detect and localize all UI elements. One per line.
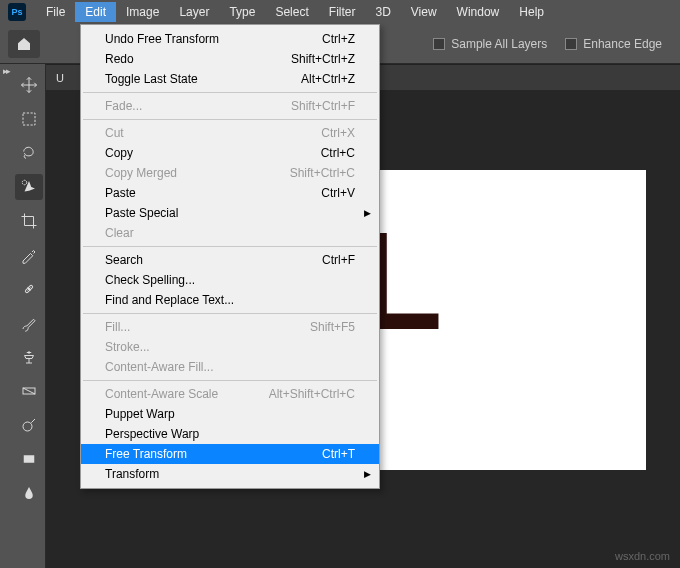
- menu-separator: [83, 119, 377, 120]
- menu-item-shortcut: Shift+F5: [310, 320, 355, 334]
- menu-item-check-spelling[interactable]: Check Spelling...: [81, 270, 379, 290]
- menu-separator: [83, 380, 377, 381]
- menu-item-paste-special[interactable]: Paste Special▶: [81, 203, 379, 223]
- move-icon: [20, 76, 38, 94]
- menu-item-perspective-warp[interactable]: Perspective Warp: [81, 424, 379, 444]
- menu-filter[interactable]: Filter: [319, 2, 366, 22]
- menu-item-label: Fade...: [105, 99, 291, 113]
- menu-item-label: Content-Aware Scale: [105, 387, 269, 401]
- menu-item-shortcut: Shift+Ctrl+Z: [291, 52, 355, 66]
- menu-item-label: Toggle Last State: [105, 72, 301, 86]
- tool-lasso[interactable]: [15, 140, 43, 166]
- menu-item-puppet-warp[interactable]: Puppet Warp: [81, 404, 379, 424]
- crop-icon: [20, 212, 38, 230]
- menu-item-toggle-last-state[interactable]: Toggle Last StateAlt+Ctrl+Z: [81, 69, 379, 89]
- menu-help[interactable]: Help: [509, 2, 554, 22]
- checkbox-icon: [433, 38, 445, 50]
- home-icon: [16, 36, 32, 52]
- menu-item-label: Redo: [105, 52, 291, 66]
- menu-item-shortcut: Ctrl+V: [321, 186, 355, 200]
- menu-separator: [83, 246, 377, 247]
- menu-item-label: Content-Aware Fill...: [105, 360, 355, 374]
- menu-item-copy[interactable]: CopyCtrl+C: [81, 143, 379, 163]
- expand-chevrons-icon[interactable]: ▸▸: [3, 66, 9, 76]
- svg-rect-5: [23, 455, 34, 463]
- menu-item-cut: CutCtrl+X: [81, 123, 379, 143]
- svg-point-4: [23, 422, 32, 431]
- gradient-icon: [20, 382, 38, 400]
- menu-edit[interactable]: Edit: [75, 2, 116, 22]
- menu-item-content-aware-scale: Content-Aware ScaleAlt+Shift+Ctrl+C: [81, 384, 379, 404]
- dodge-icon: [20, 416, 38, 434]
- menu-item-search[interactable]: SearchCtrl+F: [81, 250, 379, 270]
- tool-move[interactable]: [15, 72, 43, 98]
- menu-item-copy-merged: Copy MergedShift+Ctrl+C: [81, 163, 379, 183]
- tool-dodge[interactable]: [15, 412, 43, 438]
- menu-file[interactable]: File: [36, 2, 75, 22]
- menu-item-label: Clear: [105, 226, 355, 240]
- menu-item-undo-free-transform[interactable]: Undo Free TransformCtrl+Z: [81, 29, 379, 49]
- menu-item-redo[interactable]: RedoShift+Ctrl+Z: [81, 49, 379, 69]
- menu-view[interactable]: View: [401, 2, 447, 22]
- menu-item-shortcut: Ctrl+C: [321, 146, 355, 160]
- menu-item-label: Cut: [105, 126, 321, 140]
- menu-item-find-and-replace-text[interactable]: Find and Replace Text...: [81, 290, 379, 310]
- app-logo: Ps: [8, 3, 26, 21]
- sample-all-layers-option[interactable]: Sample All Layers: [433, 37, 547, 51]
- enhance-edge-option[interactable]: Enhance Edge: [565, 37, 662, 51]
- menu-item-stroke: Stroke...: [81, 337, 379, 357]
- tool-clone[interactable]: [15, 344, 43, 370]
- menu-item-shortcut: Ctrl+Z: [322, 32, 355, 46]
- logo-text: Ps: [11, 7, 22, 17]
- menu-separator: [83, 313, 377, 314]
- brush-icon: [20, 314, 38, 332]
- menu-type[interactable]: Type: [219, 2, 265, 22]
- tool-bucket[interactable]: [15, 480, 43, 506]
- tool-crop[interactable]: [15, 208, 43, 234]
- menu-item-label: Check Spelling...: [105, 273, 355, 287]
- tool-eyedropper[interactable]: [15, 242, 43, 268]
- menu-item-fill: Fill...Shift+F5: [81, 317, 379, 337]
- menu-item-shortcut: Alt+Shift+Ctrl+C: [269, 387, 355, 401]
- enhance-edge-label: Enhance Edge: [583, 37, 662, 51]
- menu-item-label: Find and Replace Text...: [105, 293, 355, 307]
- home-button[interactable]: [8, 30, 40, 58]
- menu-item-label: Copy: [105, 146, 321, 160]
- watermark: wsxdn.com: [615, 550, 670, 562]
- menu-item-fade: Fade...Shift+Ctrl+F: [81, 96, 379, 116]
- menubar: Ps File Edit Image Layer Type Select Fil…: [0, 0, 680, 24]
- menu-select[interactable]: Select: [265, 2, 318, 22]
- svg-rect-0: [23, 113, 35, 125]
- eyedropper-icon: [20, 246, 38, 264]
- left-rail: ▸▸: [0, 64, 12, 568]
- menu-3d[interactable]: 3D: [365, 2, 400, 22]
- menu-image[interactable]: Image: [116, 2, 169, 22]
- doc-tab-label: U: [56, 72, 64, 84]
- menu-window[interactable]: Window: [447, 2, 510, 22]
- marquee-icon: [20, 110, 38, 128]
- menu-item-transform[interactable]: Transform▶: [81, 464, 379, 484]
- lasso-icon: [20, 144, 38, 162]
- menu-item-free-transform[interactable]: Free TransformCtrl+T: [81, 444, 379, 464]
- menu-item-shortcut: Shift+Ctrl+C: [290, 166, 355, 180]
- menu-item-label: Perspective Warp: [105, 427, 355, 441]
- tool-healing[interactable]: [15, 276, 43, 302]
- healing-icon: [20, 280, 38, 298]
- menu-item-label: Fill...: [105, 320, 310, 334]
- tool-quick-select[interactable]: [15, 174, 43, 200]
- menu-item-paste[interactable]: PasteCtrl+V: [81, 183, 379, 203]
- tool-rectangle[interactable]: [15, 446, 43, 472]
- menu-item-label: Free Transform: [105, 447, 322, 461]
- menu-item-clear: Clear: [81, 223, 379, 243]
- menu-layer[interactable]: Layer: [169, 2, 219, 22]
- tool-marquee[interactable]: [15, 106, 43, 132]
- quick-select-icon: [20, 178, 38, 196]
- tool-gradient[interactable]: [15, 378, 43, 404]
- menu-item-shortcut: Alt+Ctrl+Z: [301, 72, 355, 86]
- tool-brush[interactable]: [15, 310, 43, 336]
- menu-item-shortcut: Shift+Ctrl+F: [291, 99, 355, 113]
- submenu-arrow-icon: ▶: [364, 469, 371, 479]
- rectangle-icon: [20, 450, 38, 468]
- checkbox-icon: [565, 38, 577, 50]
- menu-item-shortcut: Ctrl+X: [321, 126, 355, 140]
